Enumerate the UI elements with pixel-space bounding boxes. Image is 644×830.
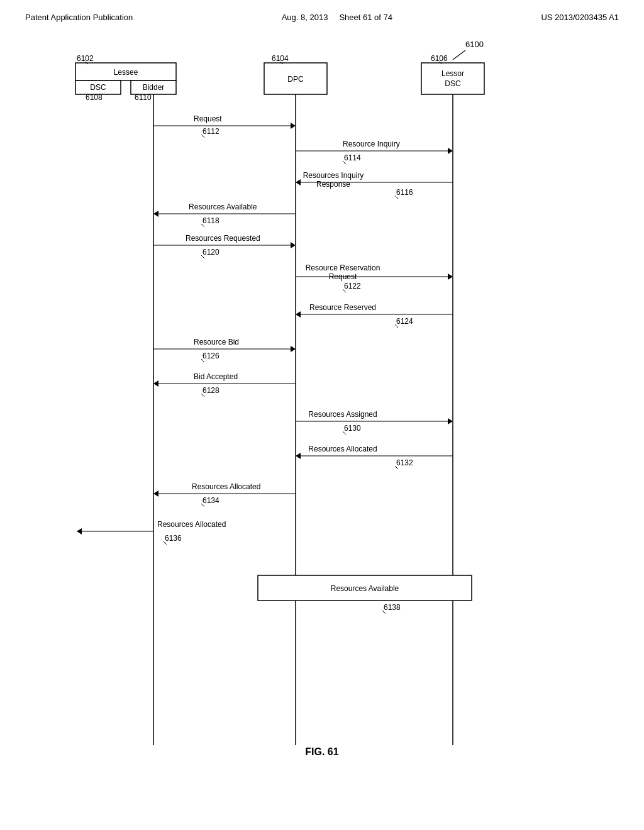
- msg-6118-label: Resources Available: [189, 202, 257, 211]
- diagram-svg: 6100 Lessee 6102 DSC Bidder 6108 6110 DP…: [25, 28, 619, 770]
- svg-line-0: [453, 50, 465, 60]
- header-right: US 2013/0203435 A1: [541, 13, 619, 22]
- publication-date: Aug. 8, 2013: [282, 13, 328, 22]
- header-left: Patent Application Publication: [25, 13, 133, 22]
- msg-6114-arrow: [448, 148, 453, 154]
- msg-6136-arrow: [77, 528, 82, 534]
- lessor-label2: DSC: [445, 79, 461, 88]
- msg-6128-arrow: [153, 380, 158, 387]
- patent-number: US 2013/0203435 A1: [541, 13, 619, 22]
- ref-6134: 6134: [203, 496, 219, 505]
- ref-6136: 6136: [165, 534, 182, 543]
- msg-6136-label: Resources Allocated: [157, 520, 226, 529]
- msg-6128-label: Bid Accepted: [194, 372, 238, 381]
- fig-label: FIG. 61: [25, 746, 619, 758]
- msg-6122-arrow: [448, 274, 453, 280]
- lessee-label: Lessee: [114, 68, 138, 77]
- bidder-label: Bidder: [143, 83, 165, 92]
- msg-6116-label1: Resources Inquiry: [303, 171, 364, 180]
- ref-6114: 6114: [344, 153, 361, 162]
- msg-6130-arrow: [448, 418, 453, 424]
- ref-6100: 6100: [465, 40, 484, 49]
- publication-label: Patent Application Publication: [25, 13, 133, 22]
- ref-6128: 6128: [203, 386, 219, 395]
- ref-6138: 6138: [384, 603, 401, 612]
- ref-6122: 6122: [344, 282, 361, 290]
- diagram-area: 6100 Lessee 6102 DSC Bidder 6108 6110 DP…: [25, 28, 619, 770]
- msg-6126-arrow: [291, 346, 296, 352]
- msg-6122-label2: Request: [329, 272, 357, 281]
- msg-6112-arrow: [291, 123, 296, 129]
- ref-6124: 6124: [396, 317, 413, 326]
- ref-6118: 6118: [203, 216, 219, 225]
- lessor-box: [421, 63, 484, 94]
- dpc-label: DPC: [287, 75, 304, 84]
- ref-6112: 6112: [203, 127, 219, 136]
- ref-6126: 6126: [203, 351, 219, 360]
- header-center: Aug. 8, 2013 Sheet 61 of 74: [282, 13, 392, 22]
- sheet-info: Sheet 61 of 74: [339, 13, 392, 22]
- dsc-label: DSC: [90, 83, 106, 92]
- header: Patent Application Publication Aug. 8, 2…: [25, 13, 619, 22]
- msg-6120-arrow: [291, 242, 296, 248]
- msg-6130-label: Resources Assigned: [308, 410, 377, 419]
- msg-6118-arrow: [153, 211, 158, 217]
- msg-6126-label: Resource Bid: [194, 338, 239, 346]
- ref-6132: 6132: [396, 458, 413, 467]
- ref-6116: 6116: [396, 188, 413, 197]
- page: Patent Application Publication Aug. 8, 2…: [0, 0, 644, 830]
- ref-6110: 6110: [135, 93, 152, 102]
- msg-6124-arrow: [296, 311, 301, 318]
- msg-6114-label: Resource Inquiry: [343, 140, 400, 148]
- ref-6130: 6130: [344, 424, 361, 433]
- msg-6120-label: Resources Requested: [186, 234, 260, 243]
- msg-6138-label: Resources Available: [331, 584, 399, 593]
- lessor-label1: Lessor: [441, 69, 464, 78]
- msg-6132-label: Resources Allocated: [308, 445, 377, 453]
- ref-6108: 6108: [86, 93, 103, 102]
- msg-6134-arrow: [153, 490, 158, 497]
- msg-6122-label1: Resource Reservation: [306, 263, 380, 272]
- msg-6116-label2: Response: [316, 180, 350, 189]
- msg-6134-label: Resources Allocated: [192, 482, 260, 491]
- msg-6124-label: Resource Reserved: [309, 303, 376, 312]
- ref-6120: 6120: [203, 248, 219, 257]
- msg-6132-arrow: [296, 453, 301, 459]
- msg-6116-arrow: [296, 179, 301, 185]
- msg-6112-label: Request: [194, 114, 222, 123]
